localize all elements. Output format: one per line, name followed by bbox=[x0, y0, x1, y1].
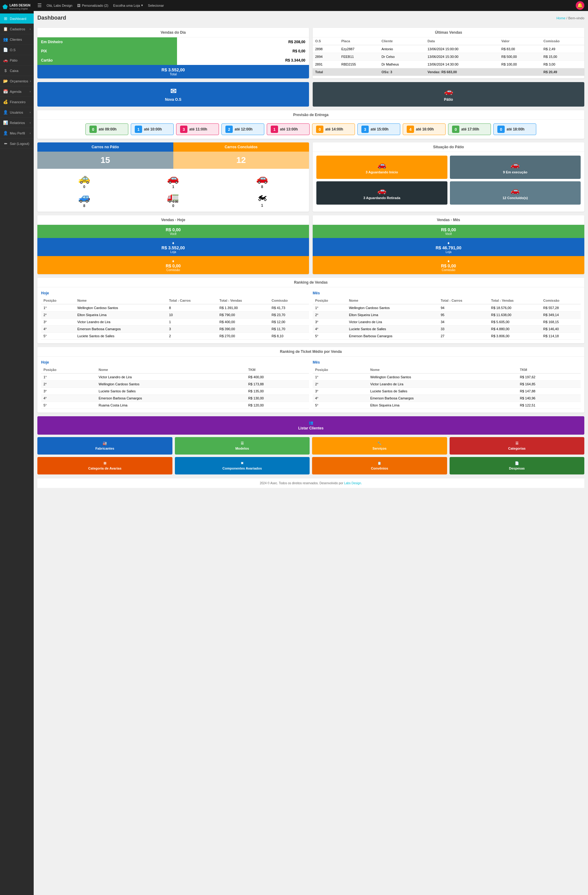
sidebar-item-orcamentos[interactable]: 📂 Orçamentos › bbox=[0, 76, 34, 86]
previsao-count: 1 bbox=[135, 126, 142, 133]
fabricantes-button[interactable]: 🏭 Fabricantes bbox=[37, 437, 173, 455]
diamond2-icon: ♦ bbox=[40, 258, 306, 263]
vendas-hoje-title: Vendas - Hoje bbox=[37, 215, 309, 225]
col-data: Data bbox=[425, 37, 499, 45]
ranking-vendas-inner: Hoje PosiçãoNomeTotal - CarrosTotal - Ve… bbox=[37, 287, 584, 343]
patio-label: Pátio bbox=[444, 97, 453, 102]
situacao-car-icon: 🚗 bbox=[511, 186, 520, 195]
topnav-escolha-loja[interactable]: Escolha uma Loja ▾ bbox=[113, 3, 143, 8]
categorias-button[interactable]: ☰ Categorias bbox=[450, 437, 585, 455]
col-header: Nome bbox=[96, 366, 246, 373]
topnav-personalizado[interactable]: 🖼 Personalizado (2) bbox=[77, 4, 108, 8]
modelos-label: Modelos bbox=[235, 447, 249, 450]
sidebar-item-relatorios[interactable]: 📊 Relatórios › bbox=[0, 118, 34, 128]
vendas-hoje-loja-label: Loja bbox=[40, 250, 306, 253]
chevron-right-icon: › bbox=[30, 27, 30, 30]
listar-clientes-button[interactable]: 👥 Listar Clientes bbox=[37, 416, 584, 435]
user-avatar[interactable]: 🔔 bbox=[576, 1, 584, 10]
table-row: 2894FEEB11Dr Celso13/06/2024 15:30:00R$ … bbox=[313, 53, 584, 61]
bottom-row-2: ⊞ Categoria de Avarias ✖ Componentes Ava… bbox=[37, 457, 584, 475]
sidebar-item-clientes[interactable]: 👥 Clientes bbox=[0, 34, 34, 45]
sidebar-item-meu-perfil[interactable]: 👤 Meu Perfil › bbox=[0, 128, 34, 138]
financeiro-icon: 💰 bbox=[3, 100, 8, 104]
situacao-car-icon: 🚗 bbox=[377, 186, 386, 195]
footer: 2024 © Asec. Todos os direitos reservado… bbox=[37, 478, 584, 488]
sidebar-label-agenda: Agenda bbox=[10, 90, 21, 93]
col-header: Nome bbox=[346, 297, 438, 304]
topnav-selecionar-label: Selecionar bbox=[148, 4, 164, 8]
breadcrumb-home[interactable]: Home bbox=[556, 16, 565, 20]
sidebar-item-agenda[interactable]: 📅 Agenda › bbox=[0, 86, 34, 97]
servicos-button[interactable]: 🔧 Serviços bbox=[312, 437, 447, 455]
sidebar-item-financeiro[interactable]: 💰 Financeiro bbox=[0, 97, 34, 107]
nova-os-label: Nova O.S bbox=[165, 97, 181, 102]
table-header-row: PosiçãoNomeTKM bbox=[41, 366, 309, 373]
main-area: ☰ Olá, Labs Design 🖼 Personalizado (2) E… bbox=[34, 0, 588, 895]
categorias-icon: ☰ bbox=[515, 441, 518, 445]
menu-toggle-button[interactable]: ☰ bbox=[37, 3, 42, 8]
footer-total-label: Total bbox=[313, 68, 339, 76]
bottom-actions: 👥 Listar Clientes 🏭 Fabricantes ☰ Modelo… bbox=[37, 416, 584, 475]
modelos-button[interactable]: ☰ Modelos bbox=[175, 437, 310, 455]
situacao-car-icon: 🚗 bbox=[511, 161, 520, 169]
previsao-item: 0até 09:00h bbox=[85, 123, 128, 135]
table-row: 5°Luciete Santos de Salles2R$ 270,00R$ 8… bbox=[41, 333, 309, 340]
previsao-item: 4até 16:00h bbox=[403, 123, 446, 135]
previsao-label: até 12:00h bbox=[235, 127, 253, 131]
chevron-right-icon: › bbox=[30, 132, 30, 135]
col-header: Nome bbox=[368, 366, 517, 373]
vendas-label-cartao: Cartão bbox=[37, 56, 177, 65]
patio-row: Carros no Pátio Carros Concluídos 15 12 … bbox=[37, 143, 584, 212]
ranking-ticket-mes-table: PosiçãoNomeTKM1°Wellington Cardoso Santo… bbox=[313, 366, 580, 409]
ranking-ticket-card: Ranking de Ticket Médio por Venda Hoje P… bbox=[37, 347, 584, 413]
col-header: Total - Carros bbox=[438, 297, 489, 304]
table-row: 3°Luciete Santos de SallesR$ 147,88 bbox=[313, 388, 580, 395]
footer-link[interactable]: Labs Design. bbox=[344, 481, 362, 485]
vendas-hoje-voce: R$ 0,00 Você bbox=[37, 225, 309, 238]
convenios-button[interactable]: 📋 Convênios bbox=[312, 457, 447, 475]
vendas-dia-card: Vendas do Dia Em Dinheiro R$ 208,00 PIX … bbox=[37, 28, 309, 79]
vendas-mes-card: Vendas - Mês R$ 0,00 Você ♦ R$ 46.791,00… bbox=[313, 215, 584, 274]
sidebar-item-usuarios[interactable]: 👤 Usuários › bbox=[0, 107, 34, 118]
car-type-icon: 🚕 bbox=[78, 173, 90, 184]
previsao-label: até 18:00h bbox=[506, 127, 524, 131]
ranking-mes-table: PosiçãoNomeTotal - CarrosTotal - VendasC… bbox=[313, 297, 580, 340]
componentes-avariados-button[interactable]: ✖ Componentes Avariados bbox=[175, 457, 310, 475]
vendas-value-pix: R$ 0,00 bbox=[177, 47, 309, 56]
despesas-button[interactable]: 📄 Despesas bbox=[450, 457, 585, 475]
table-row: Em Dinheiro R$ 208,00 bbox=[37, 37, 309, 47]
car-icon: 🚗 bbox=[444, 87, 453, 96]
patio-button[interactable]: 🚗 Pátio bbox=[313, 82, 584, 106]
sidebar-item-patio[interactable]: 🚗 Pátio bbox=[0, 55, 34, 65]
topnav-personalizado-icon: 🖼 bbox=[77, 4, 80, 8]
sidebar-item-os[interactable]: 📄 O.S bbox=[0, 45, 34, 55]
vendas-mes-loja: ♦ R$ 46.791,00 Loja bbox=[313, 238, 584, 256]
table-row: 1°Wellington Cardoso Santos94R$ 18.576,0… bbox=[313, 304, 580, 311]
sidebar-item-dashboard[interactable]: ⊞ Dashboard bbox=[0, 14, 34, 24]
ranking-ticket-mes: Mês PosiçãoNomeTKM1°Wellington Cardoso S… bbox=[313, 360, 580, 409]
topnav-selecionar-button[interactable]: Selecionar bbox=[148, 4, 164, 8]
vendas-label-dinheiro: Em Dinheiro bbox=[37, 37, 177, 47]
sidebar-item-logout[interactable]: ⬅ Sair (Logout) bbox=[0, 138, 34, 149]
sidebar-item-caixa[interactable]: $ Caixa bbox=[0, 65, 34, 76]
ranking-ticket-hoje-period: Hoje bbox=[41, 360, 309, 364]
sidebar-label-financeiro: Financeiro bbox=[10, 100, 26, 104]
nova-os-button[interactable]: ✉ Nova O.S bbox=[37, 82, 309, 106]
situacao-item: 🚗3 Aguardando Retirada bbox=[316, 181, 447, 205]
servicos-icon: 🔧 bbox=[377, 441, 382, 445]
sidebar-label-perfil: Meu Perfil bbox=[10, 131, 25, 135]
vendas-hoje-comissao-value: R$ 0,00 bbox=[40, 263, 306, 268]
sidebar-item-cadastros[interactable]: 📋 Cadastros › bbox=[0, 24, 34, 34]
table-row: Cartão R$ 3.344,00 bbox=[37, 56, 309, 65]
avarias-icon: ⊞ bbox=[103, 461, 106, 465]
page-title: Dashboard bbox=[37, 15, 66, 21]
app-name: LABS DESIGN bbox=[9, 4, 30, 8]
car-type-item: 🏍1 bbox=[219, 191, 305, 208]
vendas-total-value: R$ 3.552,00 bbox=[40, 67, 306, 72]
car-type-icon: 🚗 bbox=[256, 173, 268, 184]
sidebar-label-logout: Sair (Logout) bbox=[10, 142, 29, 146]
vendas-value-cartao: R$ 3.344,00 bbox=[177, 56, 309, 65]
categoria-avarias-button[interactable]: ⊞ Categoria de Avarias bbox=[37, 457, 173, 475]
col-os: O.S bbox=[313, 37, 339, 45]
car-type-item: 🚗8 bbox=[219, 173, 305, 189]
